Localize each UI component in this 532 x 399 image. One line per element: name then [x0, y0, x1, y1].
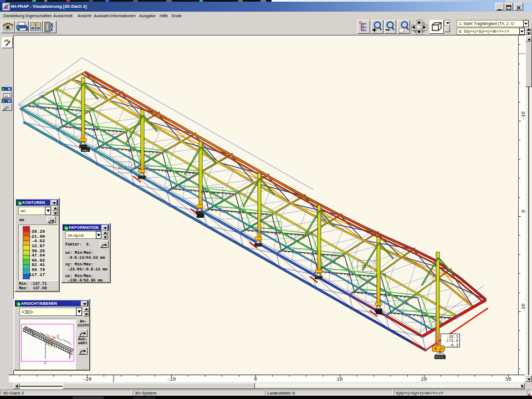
svg-text:36.7: 36.7 — [117, 166, 127, 170]
svg-text:12: 12 — [4, 94, 8, 98]
svg-text:36.4: 36.4 — [361, 264, 371, 269]
svg-text:Z: Z — [44, 360, 47, 365]
svg-text:-8.3: -8.3 — [449, 343, 458, 347]
svg-text:36.1: 36.1 — [209, 191, 218, 196]
svg-text:X: X — [57, 334, 59, 339]
svg-text:mm: mm — [82, 149, 88, 152]
svg-text:36.1: 36.1 — [268, 226, 277, 230]
